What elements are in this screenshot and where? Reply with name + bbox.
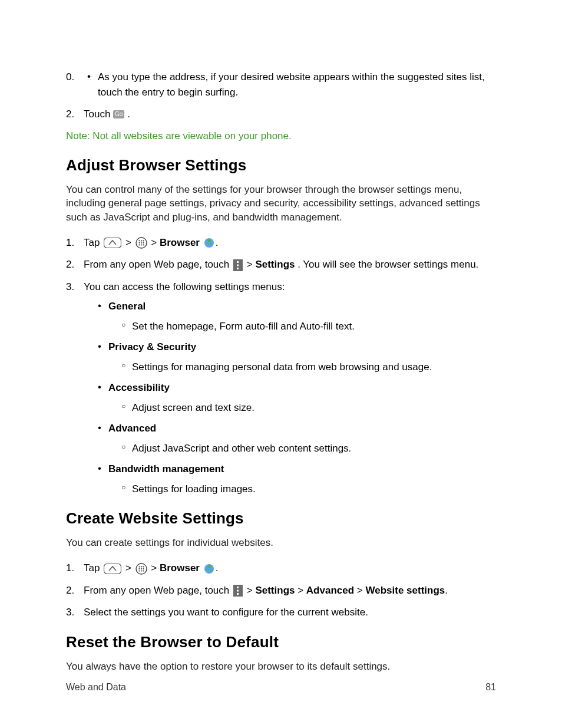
menu-label: Advanced — [108, 423, 156, 434]
page-footer: Web and Data 81 — [66, 682, 496, 693]
list-item: General Set the homepage, Form auto-fill… — [98, 299, 496, 334]
gt-separator: > — [125, 562, 131, 574]
home-icon — [104, 564, 121, 574]
list-item: You can access the following settings me… — [66, 279, 496, 497]
settings-label: Settings — [255, 585, 295, 596]
section-heading-adjust: Adjust Browser Settings — [66, 156, 496, 174]
svg-point-20 — [140, 566, 141, 567]
section-heading-create: Create Website Settings — [66, 509, 496, 528]
section-intro: You can create settings for individual w… — [66, 536, 496, 550]
settings-menus: General Set the homepage, Form auto-fill… — [98, 299, 496, 496]
list-item: From any open Web page, touch > Settings… — [66, 257, 496, 272]
top-sub-bullets: As you type the address, if your desired… — [87, 70, 496, 100]
svg-point-19 — [138, 566, 140, 567]
svg-point-6 — [140, 242, 141, 243]
sub-desc: Adjust screen and text size. — [121, 400, 496, 416]
list-item: Tap > > Browser . — [66, 561, 496, 576]
step-text: Tap — [84, 562, 103, 574]
list-item: Bandwidth management Settings for loadin… — [98, 462, 496, 496]
svg-rect-14 — [237, 261, 239, 263]
sub-desc: Adjust JavaScript and other web content … — [121, 441, 496, 456]
go-key-icon: Go — [113, 110, 124, 118]
apps-grid-icon — [135, 237, 147, 249]
browser-globe-icon — [204, 564, 214, 574]
list-item: From any open Web page, touch > Settings… — [66, 583, 496, 598]
svg-point-9 — [140, 245, 141, 246]
section-intro: You can control many of the settings for… — [66, 183, 496, 225]
gt-separator: > — [354, 585, 365, 596]
svg-point-21 — [143, 566, 144, 567]
home-icon — [104, 238, 121, 248]
svg-point-8 — [138, 245, 140, 246]
gt-separator: > — [295, 585, 306, 596]
svg-point-4 — [143, 241, 144, 242]
step-text: . You will see the browser settings menu… — [297, 259, 478, 270]
browser-globe-icon — [204, 238, 214, 248]
svg-point-7 — [143, 242, 144, 243]
step-text: . — [127, 108, 130, 120]
svg-rect-31 — [237, 587, 239, 588]
list-item-step-2: Touch Go . — [66, 107, 496, 122]
step-text: . — [216, 562, 219, 574]
list-item: Set the homepage, Form auto-fill and Aut… — [121, 319, 496, 334]
svg-point-23 — [140, 568, 141, 569]
svg-point-25 — [138, 570, 140, 571]
svg-point-27 — [143, 570, 144, 571]
website-settings-label: Website settings — [365, 585, 445, 596]
list-item: Adjust JavaScript and other web content … — [121, 441, 496, 456]
svg-point-26 — [140, 570, 141, 571]
menu-label: Accessibility — [108, 382, 170, 393]
sub-desc: Set the homepage, Form auto-fill and Aut… — [121, 319, 496, 334]
overflow-menu-icon — [233, 259, 243, 271]
list-item: Accessibility Adjust screen and text siz… — [98, 380, 496, 415]
step-text: Tap — [84, 237, 103, 248]
gt-separator: > — [247, 585, 256, 596]
svg-point-29 — [207, 565, 211, 568]
browser-label: Browser — [160, 562, 200, 574]
svg-point-2 — [138, 241, 140, 242]
menu-label: Bandwidth management — [108, 463, 224, 475]
step-text: From any open Web page, touch — [84, 585, 232, 596]
list-item: Privacy & Security Settings for managing… — [98, 340, 496, 374]
list-item: As you type the address, if your desired… — [87, 70, 496, 100]
list-item: Select the settings you want to configur… — [66, 605, 496, 620]
step-text: . — [216, 237, 219, 248]
top-numbered-list-2: Touch Go . — [66, 107, 496, 122]
gt-separator: > — [151, 237, 157, 248]
list-item: Settings for loading images. — [121, 482, 496, 497]
settings-label: Settings — [255, 259, 295, 270]
section-heading-reset: Reset the Browser to Default — [66, 633, 496, 651]
list-item: Adjust screen and text size. — [121, 400, 496, 416]
gt-separator: > — [247, 259, 256, 270]
page-number: 81 — [485, 682, 496, 693]
menu-label: Privacy & Security — [108, 341, 196, 353]
svg-point-12 — [207, 239, 211, 242]
gt-separator: > — [151, 562, 157, 574]
list-item: Settings for managing personal data from… — [121, 360, 496, 375]
step-text: . — [445, 585, 448, 596]
svg-rect-32 — [237, 590, 239, 592]
advanced-label: Advanced — [306, 585, 354, 596]
section-intro: You always have the option to restore yo… — [66, 660, 496, 674]
svg-point-5 — [138, 242, 140, 243]
svg-rect-17 — [104, 564, 121, 574]
top-numbered-list: As you type the address, if your desired… — [66, 70, 496, 100]
svg-point-3 — [140, 241, 141, 242]
step-text: You can access the following settings me… — [84, 281, 285, 292]
svg-rect-15 — [237, 264, 239, 266]
svg-rect-16 — [237, 268, 239, 269]
svg-point-24 — [143, 568, 144, 569]
footer-section: Web and Data — [66, 682, 126, 693]
svg-rect-0 — [104, 238, 121, 248]
svg-rect-33 — [237, 593, 239, 595]
sec1-steps: Tap > > Browser . From any open Web page… — [66, 235, 496, 497]
browser-label: Browser — [160, 237, 200, 248]
step-text: Touch — [84, 108, 113, 120]
gt-separator: > — [125, 237, 131, 248]
step-text: From any open Web page, touch — [84, 259, 232, 270]
sub-desc: Settings for managing personal data from… — [121, 360, 496, 375]
overflow-menu-icon — [233, 585, 243, 597]
sub-desc: Settings for loading images. — [121, 482, 496, 497]
note-text: Note: Not all websites are viewable on y… — [66, 130, 496, 142]
sec2-steps: Tap > > Browser . From any open Web page… — [66, 561, 496, 620]
